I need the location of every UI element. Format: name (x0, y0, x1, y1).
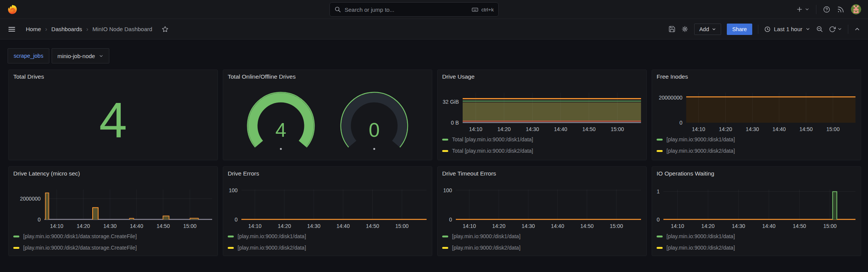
search-input[interactable] (345, 6, 468, 13)
legend-item[interactable]: [play.min.io:9000:/disk2/data] (657, 244, 735, 252)
chevron-down-icon (805, 7, 810, 12)
legend: [play.min.io:9000:/disk1/data][play.min.… (657, 135, 735, 158)
mega-menu-toggle[interactable] (8, 25, 16, 33)
chart-canvas (663, 190, 855, 220)
legend-series-label: [play.min.io:9000:/disk2/data] (238, 245, 306, 251)
legend-series-label: [play.min.io:9000:/disk1/data] (452, 233, 520, 239)
legend: [play.min.io:9000:/disk1/data][play.min.… (442, 232, 520, 255)
gauge-value: 0 (369, 119, 380, 141)
x-axis-label: 14:10 (248, 223, 262, 229)
help-circle-icon (823, 6, 830, 13)
save-dashboard-button[interactable] (668, 25, 676, 33)
legend-series-label: [play.min.io:9000:/disk2/data] (666, 148, 735, 154)
legend-item[interactable]: [play.min.io:9000:/disk1/data] (442, 232, 520, 240)
breadcrumb: Home › Dashboards › MinIO Node Dashboard (26, 26, 169, 33)
legend-item[interactable]: [play.min.io:9000:/disk1/data:storage.Cr… (13, 232, 137, 240)
plus-icon (796, 6, 803, 13)
legend-series-marker (228, 236, 234, 237)
plot-area[interactable]: 14:1014:2014:3014:4014:5015:00 (463, 93, 641, 123)
variable-value-dropdown[interactable]: minio-job-node (52, 48, 109, 63)
chart-canvas (44, 190, 212, 220)
panel-total-drives: Total Drives 4 (8, 70, 218, 160)
legend-series-label: [play.min.io:9000:/disk1/data:storage.Cr… (23, 233, 137, 239)
legend-item[interactable]: [play.min.io:9000:/disk1/data] (228, 232, 306, 240)
legend-item[interactable]: [play.min.io:9000:/disk1/data] (657, 135, 735, 144)
legend-item[interactable]: Total [play.min.io:9000:/disk2/data] (442, 147, 533, 155)
x-axis-label: 14:30 (526, 126, 539, 132)
refresh-icon (829, 26, 836, 33)
collapse-toolbar-button[interactable] (854, 26, 860, 32)
legend-item[interactable]: [play.min.io:9000:/disk2/data] (442, 244, 520, 252)
legend-item[interactable]: [play.min.io:9000:/disk1/data] (657, 232, 735, 240)
x-axis-label: 14:50 (366, 223, 379, 229)
plot-area[interactable]: 14:1014:2014:3014:4014:5015:00 (686, 93, 855, 123)
y-axis-label: 20000000 (652, 94, 682, 101)
legend-series-marker (657, 150, 663, 152)
chevron-down-icon (99, 54, 104, 59)
legend-series-label: [play.min.io:9000:/disk1/data] (238, 233, 306, 239)
chart-body: 100014:1014:2014:3014:4014:5015:00[play.… (223, 167, 432, 256)
chart-canvas (463, 93, 641, 123)
help-button[interactable] (823, 6, 830, 13)
legend-series-marker (13, 236, 19, 237)
legend-series-label: [play.min.io:9000:/disk2/data:storage.Cr… (23, 245, 137, 251)
new-add-button[interactable] (796, 6, 810, 13)
legend-series-label: [play.min.io:9000:/disk1/data] (666, 136, 735, 142)
legend-series-marker (442, 150, 448, 152)
chart-body: 32 GiB0 B14:1014:2014:3014:4014:5015:00T… (438, 70, 646, 160)
legend: Total [play.min.io:9000:/disk1/data]Tota… (442, 135, 533, 158)
chevron-down-icon (805, 27, 810, 32)
legend-item[interactable]: [play.min.io:9000:/disk2/data] (657, 147, 735, 155)
favorite-star-button[interactable] (162, 26, 169, 33)
x-axis-label: 14:50 (580, 223, 594, 229)
time-range-picker[interactable]: Last 1 hour (764, 26, 810, 33)
divider (848, 25, 848, 34)
x-axis-label: 15:00 (610, 223, 623, 229)
x-axis-label: 14:50 (799, 126, 813, 132)
panel-drive-latency: Drive Latency (micro sec) 2000000014:101… (8, 166, 218, 256)
panel-title[interactable]: Total Drives (13, 73, 44, 80)
x-axis-label: 14:40 (762, 223, 775, 229)
user-avatar[interactable] (851, 4, 861, 14)
chevron-up-icon (854, 26, 860, 32)
legend-series-label: [play.min.io:9000:/disk2/data] (452, 245, 520, 251)
gauge-online-drives: 4 (245, 90, 317, 151)
x-axis-label: 14:10 (469, 126, 482, 132)
x-axis-label: 14:20 (278, 223, 291, 229)
grafana-logo[interactable] (7, 4, 18, 15)
chart-canvas (241, 190, 427, 220)
dashboard-variables: scrape_jobs minio-job-node (8, 48, 109, 63)
legend-item[interactable]: [play.min.io:9000:/disk2/data:storage.Cr… (13, 244, 137, 252)
top-nav-right (796, 4, 861, 14)
panel-title[interactable]: Total Online/Offline Drives (228, 73, 296, 80)
refresh-button[interactable] (829, 26, 842, 33)
plot-area[interactable]: 14:1014:2014:3014:4014:5015:00 (456, 190, 641, 220)
x-axis-label: 14:50 (156, 223, 170, 229)
zoom-out-time-button[interactable] (816, 25, 823, 33)
chart-body: 20000000014:1014:2014:3014:4014:5015:00[… (652, 70, 861, 160)
breadcrumb-current-dashboard: MinIO Node Dashboard (93, 26, 153, 32)
x-axis-label: 15:00 (611, 126, 624, 132)
x-axis-label: 14:30 (103, 223, 117, 229)
plot-area[interactable]: 14:1014:2014:3014:4014:5015:00 (663, 190, 855, 220)
share-button[interactable]: Share (727, 24, 752, 35)
chart-body: 2000000014:1014:2014:3014:4014:5015:00[p… (9, 167, 217, 256)
breadcrumb-dashboards[interactable]: Dashboards (51, 26, 82, 32)
legend-series-label: Total [play.min.io:9000:/disk2/data] (452, 148, 533, 154)
y-axis-label: 0 B (438, 119, 459, 126)
save-icon (668, 25, 676, 33)
legend-series-label: Total [play.min.io:9000:/disk1/data] (452, 136, 533, 142)
legend-item[interactable]: [play.min.io:9000:/disk2/data] (228, 244, 306, 252)
add-panel-button[interactable]: Add (694, 24, 721, 35)
chevron-down-icon (837, 27, 842, 32)
news-button[interactable] (837, 6, 844, 13)
x-axis-label: 14:20 (701, 223, 715, 229)
plot-area[interactable]: 14:1014:2014:3014:4014:5015:00 (241, 190, 427, 220)
gauge-canvas: 0 (338, 90, 410, 151)
breadcrumb-home[interactable]: Home (26, 26, 41, 32)
legend-item[interactable]: Total [play.min.io:9000:/disk1/data] (442, 135, 533, 144)
dashboard-settings-button[interactable] (681, 25, 688, 33)
plot-area[interactable]: 14:1014:2014:3014:4014:5015:00 (44, 190, 212, 220)
legend-series-marker (442, 139, 448, 141)
divider (758, 25, 758, 34)
